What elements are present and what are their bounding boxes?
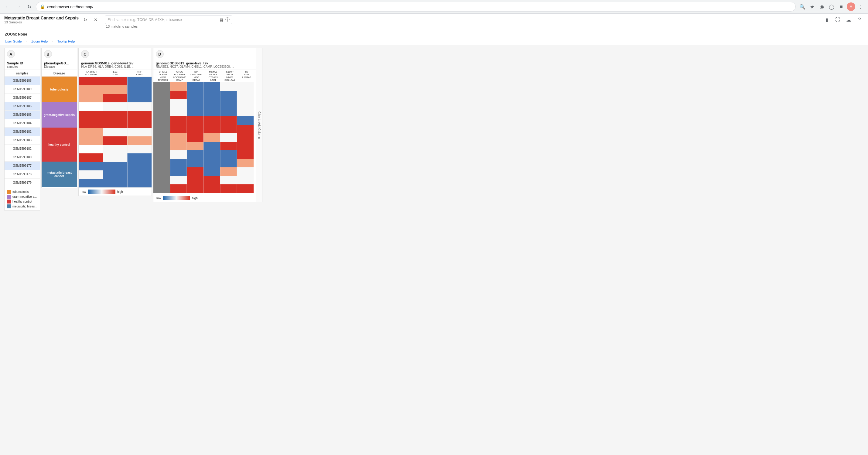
svg-rect-107 — [153, 176, 170, 184]
svg-rect-3 — [79, 85, 103, 94]
svg-rect-110 — [204, 176, 220, 184]
svg-rect-63 — [220, 108, 237, 116]
bar-chart-icon[interactable]: ▮ — [823, 16, 831, 24]
extension-icon2[interactable]: ■ — [837, 2, 845, 11]
svg-rect-28 — [103, 153, 127, 162]
disease-healthy-label: healthy control — [48, 143, 70, 146]
svg-rect-78 — [170, 133, 187, 142]
reload-button[interactable]: ↻ — [25, 2, 33, 11]
samples-label: samples — [5, 70, 40, 77]
svg-rect-102 — [170, 168, 187, 176]
svg-rect-19 — [103, 128, 127, 136]
column-c-gene-labels-bottom: HLA-DRB6 CD86 CD83 — [79, 73, 152, 77]
svg-rect-15 — [79, 119, 103, 128]
svg-rect-21 — [79, 136, 103, 145]
app-title: Metastatic Breast Cancer and Sepsis — [4, 16, 79, 20]
svg-rect-104 — [204, 168, 220, 176]
gene-d5: S100P ARG1 MMP9 COL17A1 — [221, 70, 238, 82]
filter-icon[interactable]: ▦ — [220, 17, 223, 22]
svg-rect-12 — [79, 111, 103, 119]
gene-d3-l4: DEFA4 — [192, 79, 200, 82]
search-browser-btn[interactable]: 🔍 — [798, 2, 807, 11]
gene-CD86: CD86 — [103, 73, 127, 76]
gene-d5-l2: ARG1 — [226, 73, 233, 76]
close-button[interactable]: ✕ — [92, 16, 99, 23]
svg-rect-86 — [204, 142, 220, 150]
gene-d1-l2: OLFM4 — [159, 73, 167, 76]
svg-rect-53 — [153, 99, 170, 108]
legend-d-low: low — [156, 196, 161, 200]
menu-btn[interactable]: ⋮ — [857, 2, 865, 11]
gene-d6-l1: TN — [245, 70, 248, 73]
cloud-icon[interactable]: ☁ — [844, 16, 853, 24]
gene-d1-l3: NKG7 — [160, 76, 166, 79]
column-c-subtitle: HLA-DRB6, HLA-DRB4, CD86, IL1B, ... — [81, 65, 149, 68]
lock-icon: 🔒 — [40, 4, 45, 9]
svg-rect-71 — [153, 125, 170, 133]
svg-rect-61 — [187, 108, 204, 116]
user-guide-link[interactable]: User Guide — [5, 39, 22, 43]
gene-label-CD83: CD83 — [136, 73, 143, 76]
image-icon[interactable]: ⛶ — [833, 16, 842, 24]
sample-row-7: GSM1599181 — [5, 128, 40, 136]
column-b-header: B — [41, 48, 77, 60]
svg-rect-80 — [204, 133, 220, 142]
refresh-button[interactable]: ↻ — [82, 16, 89, 23]
gene-label-CD86: CD86 — [112, 73, 118, 76]
question-icon[interactable]: ? — [855, 16, 864, 24]
help-circle-icon[interactable]: ⓘ — [225, 17, 229, 23]
legend-c: low high — [79, 187, 152, 195]
svg-rect-62 — [204, 108, 220, 116]
heatmap-c-grid — [79, 77, 152, 187]
bookmark-btn[interactable]: ★ — [808, 2, 816, 11]
svg-rect-48 — [170, 91, 187, 99]
disease-gramneg-label: gram-negative sepsis — [44, 113, 75, 117]
svg-rect-35 — [127, 171, 152, 179]
main-content: A Sample ID samples samples GSM1599188 G… — [0, 45, 868, 214]
extension-icon1[interactable]: ◉ — [817, 2, 826, 11]
url-text: xenabrowser.net/heatmap/ — [47, 5, 792, 9]
svg-rect-111 — [220, 176, 237, 184]
search-placeholder: Find samples e.g. TCGA-DB-A4XH, missense — [107, 18, 220, 22]
svg-rect-72 — [170, 125, 187, 133]
svg-rect-92 — [204, 150, 220, 159]
disease-header-label: Disease — [41, 70, 77, 77]
disease-metastatic-label: metastatic breast cancer — [41, 171, 77, 178]
heatmap-d-svg — [153, 82, 254, 193]
gene-label-TNF-top: TNF — [137, 70, 142, 73]
heatmap-c-svg — [79, 77, 152, 187]
column-c-panel: C genomicGDS5819_gene-level.tsv HLA-DRB6… — [79, 48, 152, 196]
svg-rect-60 — [170, 108, 187, 116]
account-btn[interactable]: ◯ — [827, 2, 836, 11]
search-input-wrapper[interactable]: Find samples e.g. TCGA-DB-A4XH, missense… — [105, 16, 232, 24]
sample-row-8: GSM1599183 — [5, 136, 40, 145]
svg-rect-87 — [220, 142, 237, 150]
svg-rect-93 — [220, 150, 237, 159]
forward-button[interactable]: → — [14, 2, 23, 11]
column-b-subtitle: Disease — [44, 65, 74, 68]
tooltip-help-link[interactable]: Tooltip Help — [57, 39, 75, 43]
avatar[interactable]: A — [847, 2, 855, 11]
gene-d2-l4: CAMP — [176, 79, 183, 82]
svg-rect-77 — [153, 133, 170, 142]
legend-section: tuberculosis gram-negative s... healthy … — [5, 188, 40, 210]
svg-rect-112 — [237, 176, 254, 184]
zoom-help-link[interactable]: Zoom Help — [31, 39, 48, 43]
sample-row-6: GSM1599184 — [5, 119, 40, 128]
column-b-letter: B — [44, 50, 52, 58]
column-c-titles: genomicGDS5819_gene-level.tsv HLA-DRB6, … — [79, 60, 152, 70]
legend-label-4: metastatic breas... — [12, 205, 37, 208]
sample-row-11: GSM1599177 — [5, 161, 40, 170]
address-bar[interactable]: 🔒 xenabrowser.net/heatmap/ — [36, 2, 796, 11]
back-button[interactable]: ← — [3, 2, 11, 11]
svg-rect-50 — [204, 91, 220, 99]
legend-c-high: high — [117, 190, 123, 193]
svg-rect-75 — [220, 125, 237, 133]
legend-color-healthy — [7, 200, 11, 204]
column-a-titles: Sample ID samples — [5, 60, 40, 70]
svg-rect-106 — [237, 168, 254, 176]
svg-rect-5 — [127, 85, 152, 94]
svg-rect-47 — [153, 91, 170, 99]
gene-label-IL1B-top: IL1B — [112, 70, 117, 73]
add-column-button[interactable]: Click to Add Column — [256, 48, 262, 202]
